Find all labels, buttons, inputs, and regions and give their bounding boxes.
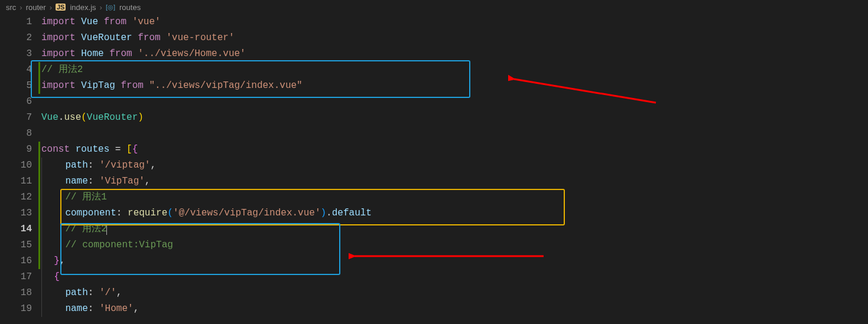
code-line[interactable]: path: '/', [41, 285, 868, 301]
line-number: 5 [0, 78, 32, 94]
crumb-symbol[interactable]: routes [119, 3, 141, 12]
line-number: 13 [0, 205, 32, 221]
git-modified-indicator [38, 78, 40, 94]
git-modified-indicator [38, 174, 40, 189]
code-line[interactable]: import Vue from 'vue' [41, 14, 868, 30]
line-number: 1 [0, 14, 32, 30]
chevron-right-icon: › [100, 3, 102, 12]
chevron-right-icon: › [19, 3, 22, 12]
js-file-icon: JS [56, 4, 66, 11]
breadcrumbs[interactable]: src › router › JS index.js › [◎] routes [0, 0, 868, 14]
line-number: 6 [0, 94, 32, 110]
text-cursor [106, 223, 107, 235]
git-modified-indicator [38, 253, 40, 269]
line-number: 15 [0, 237, 32, 253]
git-modified-indicator [38, 189, 40, 205]
code-content[interactable]: import Vue from 'vue' import VueRouter f… [41, 14, 868, 324]
code-line[interactable] [41, 94, 868, 110]
crumb-router[interactable]: router [26, 3, 46, 12]
code-line[interactable]: import Home from '../views/Home.vue' [41, 46, 868, 62]
code-line[interactable]: { [41, 269, 868, 285]
line-number: 3 [0, 46, 32, 62]
code-line[interactable]: import VueRouter from 'vue-router' [41, 30, 868, 46]
code-line[interactable]: const routes = [{ [41, 142, 868, 158]
crumb-file[interactable]: index.js [70, 3, 96, 12]
code-line[interactable]: Vue.use(VueRouter) [41, 110, 868, 126]
code-line[interactable] [41, 126, 868, 142]
git-modified-indicator [38, 142, 40, 158]
line-number: 16 [0, 253, 32, 269]
code-line[interactable]: // component:VipTag [41, 237, 868, 253]
code-line[interactable]: name: 'Home', [41, 301, 868, 317]
line-number: 19 [0, 301, 32, 317]
code-line[interactable]: // 用法2 [41, 62, 868, 78]
line-number: 12 [0, 189, 32, 205]
git-modified-indicator [38, 62, 40, 78]
line-number: 17 [0, 269, 32, 285]
line-number-current: 14 [0, 221, 32, 237]
code-line[interactable]: name: 'VipTag', [41, 174, 868, 189]
code-line[interactable]: // 用法2 [41, 221, 868, 237]
code-editor[interactable]: 1 2 3 4 5 6 7 8 9 10 11 12 13 14 15 16 1… [0, 14, 868, 324]
line-number: 10 [0, 158, 32, 174]
chevron-right-icon: › [50, 3, 52, 12]
git-modified-indicator [38, 158, 40, 174]
git-modified-indicator [38, 205, 40, 221]
line-number: 11 [0, 174, 32, 189]
line-number: 4 [0, 62, 32, 78]
array-symbol-icon: [◎] [106, 4, 115, 11]
crumb-src[interactable]: src [6, 3, 16, 12]
git-modified-indicator [38, 221, 40, 237]
code-line[interactable]: path: '/viptag', [41, 158, 868, 174]
code-line[interactable]: }, [41, 253, 868, 269]
code-line[interactable]: // 用法1 [41, 189, 868, 205]
line-number: 8 [0, 126, 32, 142]
line-number: 9 [0, 142, 32, 158]
line-number: 7 [0, 110, 32, 126]
code-line[interactable]: component: require('@/views/vipTag/index… [41, 205, 868, 221]
git-modified-indicator [38, 237, 40, 253]
line-number-gutter: 1 2 3 4 5 6 7 8 9 10 11 12 13 14 15 16 1… [0, 14, 41, 324]
line-number: 2 [0, 30, 32, 46]
line-number: 18 [0, 285, 32, 301]
code-line[interactable]: import VipTag from "../views/vipTag/inde… [41, 78, 868, 94]
